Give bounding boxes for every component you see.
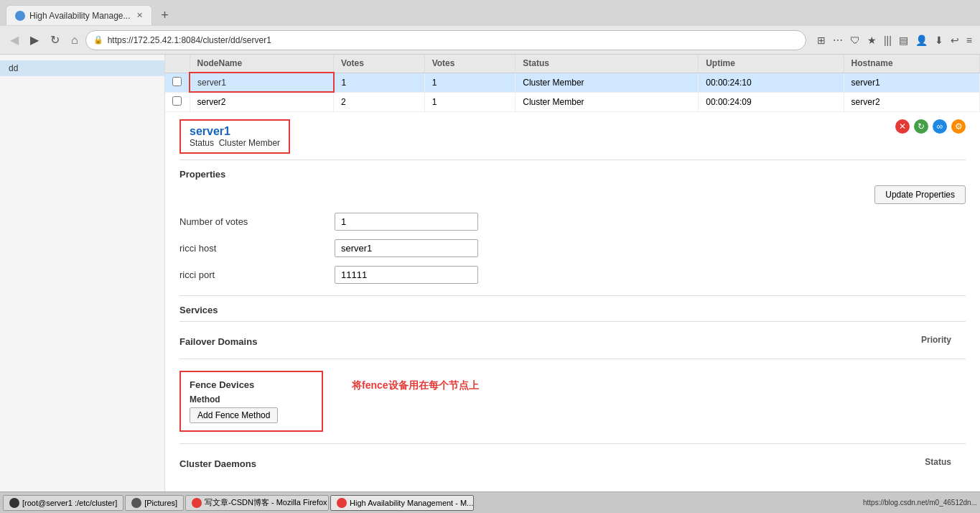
prop-label-votes: Number of votes	[179, 216, 323, 227]
taskbar-item-ha[interactable]: High Availability Management - M...	[330, 495, 474, 511]
prop-label-ricci-host: ricci host	[179, 243, 323, 254]
forward-button[interactable]: ▶	[26, 30, 43, 50]
new-tab-button[interactable]: +	[155, 5, 175, 25]
fence-area: Fence Devices Method Add Fence Method 将f…	[179, 365, 966, 438]
row-nodename: server2	[190, 92, 334, 111]
row-status: Cluster Member	[515, 73, 699, 92]
taskbar-label-ha: High Availability Management - M...	[350, 499, 473, 507]
node-icon-settings[interactable]: ⚙	[951, 119, 966, 134]
row-status: Cluster Member	[515, 92, 699, 111]
taskbar-icon-pictures	[131, 498, 141, 508]
method-label: Method	[190, 394, 313, 405]
taskbar-item-pictures[interactable]: [Pictures]	[125, 495, 184, 511]
row-votes1: 2	[334, 92, 425, 111]
row-nodename: server1	[190, 73, 334, 92]
col-hostname: Hostname	[844, 55, 979, 73]
col-uptime: Uptime	[699, 55, 844, 73]
tab-title: High Availability Manage...	[29, 11, 131, 21]
cluster-table: NodeName Votes Votes Status Uptime Hostn…	[165, 55, 980, 112]
node-icon-refresh[interactable]: ↻	[914, 119, 928, 134]
prop-row-votes: Number of votes	[179, 213, 966, 231]
node-action-icons: ✕ ↻ ∞ ⚙	[895, 119, 966, 134]
taskbar-label-pictures: [Pictures]	[144, 499, 177, 507]
table-row[interactable]: server2 2 1 Cluster Member 00:00:24:09 s…	[165, 92, 980, 111]
taskbar-icon-terminal	[9, 498, 19, 508]
properties-section-title: Properties	[179, 169, 966, 180]
col-status: Status	[515, 55, 699, 73]
node-status-row: Status Cluster Member	[190, 138, 280, 148]
fence-annotation: 将fence设备用在每个节点上	[352, 379, 479, 392]
shield-button[interactable]: 🛡	[848, 32, 862, 48]
taskbar-icon-csdn	[192, 498, 202, 508]
cluster-daemons-status-label: Status	[925, 457, 966, 467]
account-button[interactable]: 👤	[913, 32, 930, 48]
row-hostname: server2	[844, 92, 979, 111]
properties-area: Number of votes ricci host ricci port	[179, 207, 966, 290]
back-history[interactable]: ↩	[948, 32, 961, 48]
taskbar-label-csdn: 写文章-CSDN博客 - Mozilla Firefox	[205, 497, 327, 508]
reader-view[interactable]: ▤	[897, 32, 910, 48]
content-area: NodeName Votes Votes Status Uptime Hostn…	[165, 55, 980, 513]
node-header-box: server1 Status Cluster Member	[179, 119, 290, 154]
bookmarks-library[interactable]: |||	[882, 32, 894, 48]
update-properties-button[interactable]: Update Properties	[874, 185, 966, 204]
taskbar-item-terminal[interactable]: [root@server1 :/etc/cluster]	[3, 495, 123, 511]
home-button[interactable]: ⌂	[67, 31, 83, 50]
status-value: Cluster Member	[219, 138, 280, 148]
node-icon-link[interactable]: ∞	[933, 119, 947, 134]
address-bar[interactable]: 🔒 https://172.25.42.1:8084/cluster/dd/se…	[85, 30, 806, 50]
node-name: server1	[190, 125, 280, 138]
col-votes2: Votes	[424, 55, 515, 73]
col-nodename: NodeName	[190, 55, 334, 73]
taskbar-label-terminal: [root@server1 :/etc/cluster]	[22, 499, 117, 507]
menu-button[interactable]: ≡	[964, 32, 974, 48]
bookmark-button[interactable]: ★	[865, 32, 879, 48]
row-votes1: 1	[334, 73, 425, 92]
cluster-daemons-title: Cluster Daemons	[179, 458, 256, 469]
extensions-button[interactable]: ⋯	[831, 32, 845, 48]
failover-section-title: Failover Domains	[179, 336, 257, 347]
sync-button[interactable]: ⬇	[933, 32, 946, 48]
failover-row: Failover Domains Priority	[179, 328, 966, 353]
row-checkbox[interactable]	[165, 92, 190, 111]
taskbar-icon-ha	[337, 498, 347, 508]
services-section-title: Services	[179, 305, 966, 315]
prop-label-ricci-port: ricci port	[179, 269, 323, 280]
prop-input-ricci-host[interactable]	[335, 239, 478, 257]
row-hostname: server1	[844, 73, 979, 92]
browser-tab[interactable]: High Availability Manage... ✕	[6, 5, 152, 25]
row-checkbox[interactable]	[165, 73, 190, 92]
sidebar-dd-label: dd	[9, 63, 18, 73]
add-fence-method-button[interactable]: Add Fence Method	[190, 407, 278, 423]
prop-row-ricci-port: ricci port	[179, 266, 966, 284]
row-votes2: 1	[424, 73, 515, 92]
back-button[interactable]: ◀	[6, 30, 23, 50]
taskbar: [root@server1 :/etc/cluster] [Pictures] …	[0, 491, 980, 513]
node-detail: server1 Status Cluster Member ✕ ↻ ∞ ⚙ Pr…	[165, 112, 980, 482]
qr-button[interactable]: ⊞	[815, 32, 828, 48]
node-icon-stop[interactable]: ✕	[895, 119, 910, 134]
fence-box: Fence Devices Method Add Fence Method	[179, 371, 323, 432]
prop-input-votes[interactable]	[335, 213, 478, 231]
address-text: https://172.25.42.1:8084/cluster/dd/serv…	[108, 35, 798, 45]
sidebar: dd	[0, 55, 165, 513]
tab-favicon	[15, 11, 25, 21]
cluster-daemons-row: Cluster Daemons Status	[179, 450, 966, 475]
priority-label: Priority	[921, 335, 966, 345]
prop-row-ricci-host: ricci host	[179, 239, 966, 257]
status-label: Status	[190, 138, 214, 148]
sidebar-item-dd[interactable]: dd	[0, 60, 164, 76]
col-votes1: Votes	[334, 55, 425, 73]
col-checkbox	[165, 55, 190, 73]
taskbar-item-csdn[interactable]: 写文章-CSDN博客 - Mozilla Firefox	[185, 495, 329, 511]
lock-icon: 🔒	[93, 35, 103, 45]
table-row[interactable]: server1 1 1 Cluster Member 00:00:24:10 s…	[165, 73, 980, 92]
row-uptime: 00:00:24:10	[699, 73, 844, 92]
taskbar-url: https://blog.csdn.net/m0_46512dn...	[863, 499, 977, 507]
fence-title: Fence Devices	[190, 379, 313, 390]
row-uptime: 00:00:24:09	[699, 92, 844, 111]
tab-close-icon[interactable]: ✕	[136, 11, 143, 20]
prop-input-ricci-port[interactable]	[335, 266, 478, 284]
reload-button[interactable]: ↻	[46, 30, 64, 50]
row-votes2: 1	[424, 92, 515, 111]
